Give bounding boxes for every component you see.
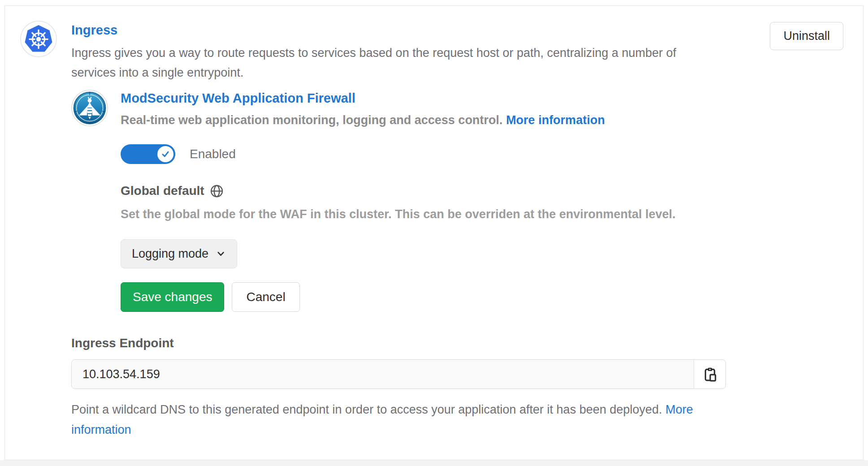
ingress-endpoint-label: Ingress Endpoint [71, 336, 843, 350]
check-icon [161, 149, 170, 159]
cancel-button[interactable]: Cancel [232, 282, 299, 312]
next-section-edge [0, 461, 868, 466]
modsecurity-actions: Save changes Cancel [121, 282, 676, 312]
ingress-endpoint-help-text: Point a wildcard DNS to this generated e… [71, 403, 665, 416]
copy-endpoint-button[interactable] [694, 359, 726, 389]
waf-mode-dropdown-value: Logging mode [132, 248, 208, 260]
modsecurity-description: Real-time web application monitoring, lo… [121, 112, 676, 128]
ingress-header-row: Ingress Ingress gives you a way to route… [20, 21, 843, 82]
kubernetes-icon [20, 21, 57, 57]
modsecurity-toggle-row: Enabled [121, 144, 676, 164]
modsecurity-content: ModSecurity Web Application Firewall Rea… [121, 90, 676, 316]
modsecurity-title[interactable]: ModSecurity Web Application Firewall [121, 91, 676, 106]
chevron-down-icon [216, 249, 226, 259]
toggle-knob [157, 146, 174, 162]
modsecurity-more-info-link[interactable]: More information [506, 113, 605, 127]
ingress-title[interactable]: Ingress [71, 22, 770, 38]
globe-icon [210, 184, 224, 198]
modsecurity-icon [71, 90, 108, 126]
waf-mode-dropdown[interactable]: Logging mode [121, 239, 237, 268]
ingress-endpoint-help: Point a wildcard DNS to this generated e… [71, 400, 721, 440]
modsecurity-toggle[interactable] [121, 144, 175, 164]
copy-to-clipboard-icon [702, 367, 717, 382]
ingress-settings-card: Ingress Ingress gives you a way to route… [4, 5, 864, 460]
toggle-state-label: Enabled [190, 147, 236, 161]
ingress-header-content: Ingress Ingress gives you a way to route… [71, 21, 770, 82]
global-default-label: Global default [121, 184, 204, 198]
save-changes-button[interactable]: Save changes [121, 282, 224, 312]
ingress-endpoint-input[interactable] [71, 359, 694, 389]
ingress-description: Ingress gives you a way to route request… [71, 43, 699, 82]
modsecurity-section: ModSecurity Web Application Firewall Rea… [71, 90, 843, 316]
ingress-endpoint-section: Ingress Endpoint Point a wildcard DNS to… [71, 336, 843, 440]
ingress-endpoint-input-group [71, 359, 726, 389]
uninstall-button[interactable]: Uninstall [770, 22, 843, 50]
global-default-label-row: Global default [121, 184, 676, 198]
global-default-help: Set the global mode for the WAF in this … [121, 206, 676, 222]
modsecurity-description-text: Real-time web application monitoring, lo… [121, 113, 506, 127]
